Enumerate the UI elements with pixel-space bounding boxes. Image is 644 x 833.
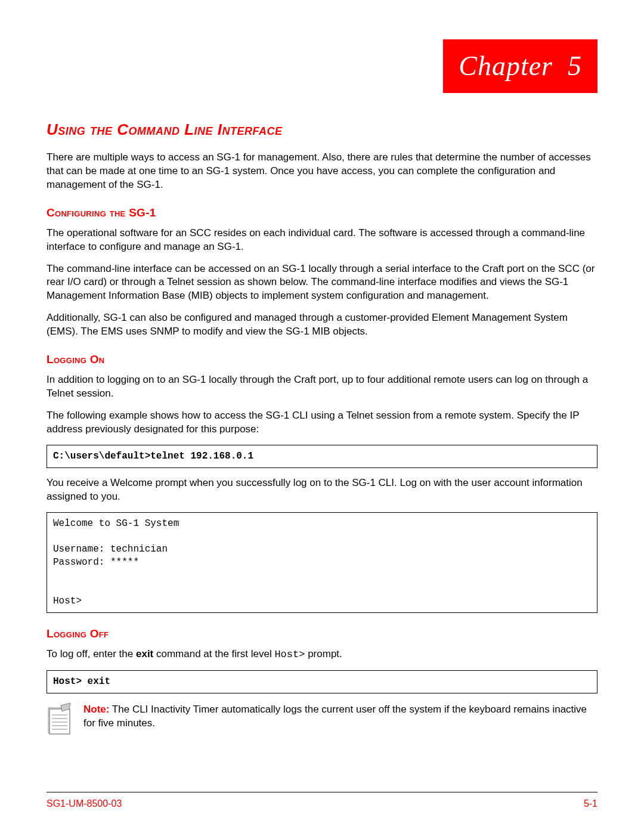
logoff-text-pre: To log off, enter the — [47, 648, 136, 659]
exit-command-word: exit — [136, 648, 153, 659]
intro-paragraph: There are multiple ways to access an SG-… — [47, 151, 597, 192]
logoff-text-post: prompt. — [305, 648, 342, 659]
footer-doc-id: SG1-UM-8500-03 — [47, 797, 122, 810]
exit-command-box: Host> exit — [47, 670, 597, 694]
config-p1: The operational software for an SCC resi… — [47, 227, 597, 254]
logging-off-heading: Logging Off — [47, 626, 597, 642]
logging-off-p1: To log off, enter the exit command at th… — [47, 648, 597, 662]
note-block: Note: The CLI Inactivity Timer automatic… — [47, 703, 597, 735]
footer-page-number: 5-1 — [584, 797, 597, 810]
note-icon — [47, 703, 73, 735]
note-text-container: Note: The CLI Inactivity Timer automatic… — [83, 703, 597, 730]
page-title: Using the Command Line Interface — [47, 119, 597, 140]
telnet-command-box: C:\users\default>telnet 192.168.0.1 — [47, 445, 597, 469]
chapter-label: Chapter — [459, 51, 553, 81]
config-p3: Additionally, SG-1 can also be configure… — [47, 311, 597, 339]
page-footer: SG1-UM-8500-03 5-1 — [47, 792, 597, 810]
logging-on-p3: You receive a Welcome prompt when you su… — [47, 476, 597, 504]
config-p2: The command-line interface can be access… — [47, 262, 597, 304]
chapter-badge: Chapter 5 — [443, 39, 597, 93]
logoff-text-mid: command at the first level — [153, 648, 274, 659]
chapter-number: 5 — [568, 51, 582, 81]
host-prompt-inline: Host> — [274, 649, 305, 660]
page-content: Chapter 5 Using the Command Line Interfa… — [0, 0, 644, 735]
logging-on-p1: In addition to logging on to an SG-1 loc… — [47, 373, 597, 401]
session-output-box: Welcome to SG-1 System Username: technic… — [47, 512, 597, 613]
note-label: Note: — [83, 704, 109, 715]
configuring-heading: Configuring the SG-1 — [47, 205, 597, 221]
logging-on-heading: Logging On — [47, 352, 597, 367]
logging-on-p2: The following example shows how to acces… — [47, 409, 597, 436]
note-body: The CLI Inactivity Timer automatically l… — [83, 704, 587, 729]
svg-rect-1 — [49, 709, 70, 734]
